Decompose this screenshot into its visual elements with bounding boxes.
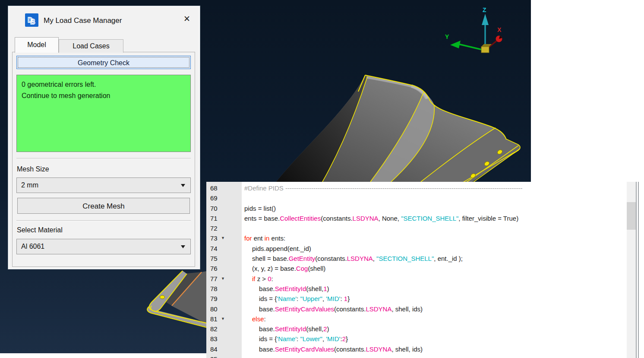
separator — [16, 220, 191, 221]
close-icon[interactable]: ✕ — [181, 13, 193, 25]
code-text: #Define PIDS ---------------------------… — [242, 184, 523, 192]
code-text: base.SetEntityCardValues(constants.LSDYN… — [242, 345, 423, 353]
line-number: 75 — [206, 253, 242, 263]
line-number: 68 — [206, 183, 242, 193]
geometry-check-button[interactable]: Geometry Check — [16, 56, 191, 69]
mesh-size-value: 2 mm — [21, 181, 38, 189]
axis-y-label: Y — [445, 33, 449, 40]
code-text — [242, 355, 244, 358]
fold-arrow-icon[interactable]: ▼ — [221, 314, 225, 324]
line-number: 84 — [206, 344, 242, 354]
code-text — [242, 225, 244, 232]
status-line-2: Continue to mesh generation — [22, 90, 186, 101]
line-number: 76 — [206, 263, 242, 273]
status-line-1: 0 geometrical errors left. — [22, 79, 186, 90]
line-number: 74 — [206, 244, 242, 253]
material-value: Al 6061 — [21, 243, 44, 250]
tab-load-cases[interactable]: Load Cases — [59, 39, 123, 53]
code-line: 70pids = list() — [206, 203, 636, 213]
app-logo-icon: D B — [25, 13, 38, 27]
load-case-manager-window: D B My Load Case Manager ✕ Model Load Ca… — [8, 6, 200, 269]
code-text: for ent in ents: — [242, 234, 285, 242]
panel-right-edge — [636, 182, 639, 358]
window-titlebar[interactable]: D B My Load Case Manager ✕ — [8, 6, 200, 33]
fold-arrow-icon[interactable]: ▼ — [221, 233, 225, 243]
code-text: base.SetEntityId(shell,2) — [242, 325, 329, 333]
code-area: 68#Define PIDS -------------------------… — [206, 183, 636, 358]
code-text: ents = base.CollectEntities(constants.LS… — [242, 215, 518, 222]
line-number: 78 — [206, 284, 242, 294]
line-number: 69 — [206, 193, 242, 203]
material-dropdown[interactable]: Al 6061 — [16, 239, 191, 254]
line-number: 79 — [206, 294, 242, 304]
code-line: 68#Define PIDS -------------------------… — [206, 183, 636, 193]
code-line: 78base.SetEntityId(shell,1) — [206, 284, 636, 294]
fold-arrow-icon[interactable]: ▼ — [221, 274, 225, 284]
separator — [16, 158, 191, 159]
line-number: 72 — [206, 223, 242, 233]
code-line: 73▼for ent in ents: — [206, 233, 636, 243]
line-number: 85 — [206, 354, 242, 358]
code-text — [242, 194, 244, 202]
code-text: (x, y, z) = base.Cog(shell) — [242, 265, 325, 272]
code-line: 85 — [206, 354, 636, 358]
code-line: 83ids = {'Name': "Lower", 'MID':2} — [206, 334, 636, 344]
code-text: ids = {'Name': "Upper", 'MID': 1} — [242, 295, 350, 302]
code-text: pids = list() — [242, 205, 276, 212]
code-line: 79ids = {'Name': "Upper", 'MID': 1} — [206, 294, 636, 304]
code-text: if z > 0: — [242, 275, 273, 282]
code-text: shell = base.GetEntity(constants.LSDYNA,… — [242, 255, 463, 262]
code-line: 80base.SetEntityCardValues(constants.LSD… — [206, 304, 636, 314]
axis-z-label: Z — [483, 6, 486, 13]
code-line: 82base.SetEntityId(shell,2) — [206, 324, 636, 334]
code-line: 84base.SetEntityCardValues(constants.LSD… — [206, 344, 636, 354]
line-number: 83 — [206, 334, 242, 344]
tab-model[interactable]: Model — [15, 37, 59, 53]
code-line: 69 — [206, 193, 636, 203]
code-line: 72 — [206, 223, 636, 233]
code-line: 81▼else: — [206, 314, 636, 324]
svg-text:B: B — [30, 18, 35, 25]
axis-x-label: X — [497, 26, 502, 33]
line-number: 70 — [206, 203, 242, 213]
code-text: base.SetEntityCardValues(constants.LSDYN… — [242, 305, 423, 313]
window-title: My Load Case Manager — [44, 16, 122, 25]
mesh-size-dropdown[interactable]: 2 mm — [16, 177, 191, 193]
create-mesh-button[interactable]: Create Mesh — [17, 198, 190, 214]
code-text: ids = {'Name': "Lower", 'MID':2} — [242, 335, 348, 342]
code-line: 74pids.append(ent._id) — [206, 244, 636, 253]
model-tab-panel: Geometry Check 0 geometrical errors left… — [12, 52, 195, 267]
script-editor-panel[interactable]: 68#Define PIDS -------------------------… — [206, 182, 636, 358]
screen: Z X Y D B My Load Case Manager ✕ Model L… — [0, 0, 644, 358]
chevron-down-icon — [181, 245, 185, 248]
line-number: 82 — [206, 324, 242, 334]
line-number: 80 — [206, 304, 242, 314]
line-number: 71 — [206, 213, 242, 223]
code-line: 71ents = base.CollectEntities(constants.… — [206, 213, 636, 223]
code-line: 75shell = base.GetEntity(constants.LSDYN… — [206, 253, 636, 263]
mesh-size-label: Mesh Size — [17, 165, 49, 173]
code-line: 76(x, y, z) = base.Cog(shell) — [206, 263, 636, 273]
select-material-label: Select Material — [17, 226, 63, 234]
code-line: 77▼if z > 0: — [206, 274, 636, 284]
code-text: base.SetEntityId(shell,1) — [242, 285, 329, 292]
chevron-down-icon — [181, 184, 185, 187]
geometry-status-box: 0 geometrical errors left. Continue to m… — [16, 75, 191, 152]
code-text: else: — [242, 315, 266, 323]
scrollbar-thumb[interactable] — [627, 202, 636, 230]
code-text: pids.append(ent._id) — [242, 245, 311, 252]
vertical-scrollbar[interactable] — [627, 182, 636, 358]
